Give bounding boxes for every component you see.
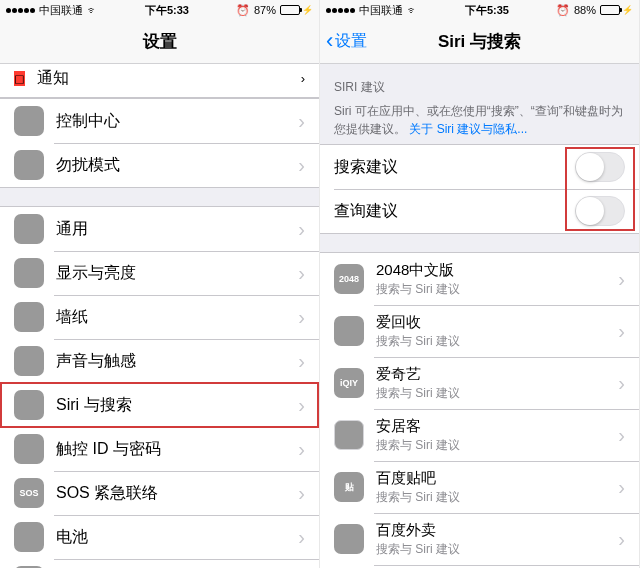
item-label: Siri 与搜索 [56, 395, 292, 416]
chevron-right-icon: › [618, 424, 625, 447]
chevron-right-icon: › [298, 438, 305, 461]
carrier-label: 中国联通 [359, 3, 403, 18]
siri-scroll[interactable]: SIRI 建议 Siri 可在应用中、或在您使用“搜索”、“查询”和键盘时为您提… [320, 64, 639, 568]
list-item-sos[interactable]: SOSSOS 紧急联络› [0, 471, 319, 515]
list-item-2048[interactable]: 20482048中文版搜索与 Siri 建议› [320, 253, 639, 305]
item-label: 2048中文版 [376, 261, 612, 280]
battery-pct: 88% [574, 4, 596, 16]
list-item-aihuishou[interactable]: 爱回收搜索与 Siri 建议› [320, 305, 639, 357]
carrier-label: 中国联通 [39, 3, 83, 18]
toggle-search-suggestions[interactable] [575, 152, 625, 182]
item-label: 电池 [56, 527, 292, 548]
chevron-right-icon: › [298, 306, 305, 329]
sos-icon: SOS [14, 478, 44, 508]
clock: 下午5:35 [465, 3, 509, 18]
page-title: Siri 与搜索 [438, 30, 521, 53]
list-item-tieba[interactable]: 贴百度贴吧搜索与 Siri 建议› [320, 461, 639, 513]
list-item-display[interactable]: 显示与亮度› [0, 251, 319, 295]
item-label: 勿扰模式 [56, 155, 292, 176]
chevron-right-icon: › [298, 482, 305, 505]
item-label: 百度外卖 [376, 521, 612, 540]
item-label: 控制中心 [56, 111, 292, 132]
item-label: 百度贴吧 [376, 469, 612, 488]
battery-icon [14, 522, 44, 552]
list-item-wallpaper[interactable]: 墙纸› [0, 295, 319, 339]
toggle-lookup-suggestions[interactable] [575, 196, 625, 226]
wifi-icon: ᯤ [87, 4, 98, 16]
status-bar: 中国联通 ᯤ 下午5:35 ⏰ 88% ⚡ [320, 0, 639, 20]
list-item-waimai[interactable]: 百度外卖搜索与 Siri 建议› [320, 513, 639, 565]
chevron-right-icon: › [298, 154, 305, 177]
privacy-link[interactable]: 关于 Siri 建议与隐私... [409, 122, 527, 136]
list-item-siri[interactable]: Siri 与搜索› [0, 383, 319, 427]
item-label: 墙纸 [56, 307, 292, 328]
item-sub: 搜索与 Siri 建议 [376, 437, 612, 454]
dnd-icon [14, 150, 44, 180]
alarm-icon: ⏰ [556, 4, 570, 17]
item-label: 通用 [56, 219, 292, 240]
item-sub: 搜索与 Siri 建议 [376, 281, 612, 298]
item-label: 查询建议 [334, 201, 575, 222]
anjuke-icon [334, 420, 364, 450]
chevron-right-icon: › [618, 320, 625, 343]
item-label: SOS 紧急联络 [56, 483, 292, 504]
iqiyi-icon: iQIY [334, 368, 364, 398]
item-label: 爱回收 [376, 313, 612, 332]
item-sub: 搜索与 Siri 建议 [376, 333, 612, 350]
battery-icon: ⚡ [280, 5, 313, 15]
item-label: 通知 [37, 68, 301, 89]
chevron-right-icon: › [298, 262, 305, 285]
display-icon [14, 258, 44, 288]
signal-icon [6, 8, 35, 13]
list-item-privacy[interactable]: 隐私› [0, 559, 319, 568]
back-button[interactable]: ‹ 设置 [326, 31, 367, 52]
list-item[interactable]: ◻ 通知 › [0, 64, 319, 98]
item-sub: 搜索与 Siri 建议 [376, 385, 612, 402]
settings-group: 通用›显示与亮度›墙纸›声音与触感›Siri 与搜索›触控 ID 与密码›SOS… [0, 206, 319, 568]
settings-scroll[interactable]: ◻ 通知 › 控制中心›勿扰模式› 通用›显示与亮度›墙纸›声音与触感›Siri… [0, 64, 319, 568]
chevron-right-icon: › [298, 394, 305, 417]
list-item-general[interactable]: 通用› [0, 207, 319, 251]
section-header: SIRI 建议 Siri 可在应用中、或在您使用“搜索”、“查询”和键盘时为您提… [320, 64, 639, 144]
clock: 下午5:33 [145, 3, 189, 18]
wifi-icon: ᯤ [407, 4, 418, 16]
item-label: 声音与触感 [56, 351, 292, 372]
app-group: 20482048中文版搜索与 Siri 建议›爱回收搜索与 Siri 建议›iQ… [320, 252, 639, 568]
status-bar: 中国联通 ᯤ 下午5:33 ⏰ 87% ⚡ [0, 0, 319, 20]
chevron-right-icon: › [298, 350, 305, 373]
item-sub: 搜索与 Siri 建议 [376, 541, 612, 558]
wallpaper-icon [14, 302, 44, 332]
chevron-right-icon: › [618, 268, 625, 291]
list-item-dnd[interactable]: 勿扰模式› [0, 143, 319, 187]
phone-left: 中国联通 ᯤ 下午5:33 ⏰ 87% ⚡ 设置 ◻ 通知 › 控制中心›勿扰模… [0, 0, 320, 568]
item-label: 安居客 [376, 417, 612, 436]
touchid-icon [14, 434, 44, 464]
list-item-anjuke[interactable]: 安居客搜索与 Siri 建议› [320, 409, 639, 461]
item-label: 爱奇艺 [376, 365, 612, 384]
list-item-search-suggestions[interactable]: 搜索建议 [320, 145, 639, 189]
list-item-battery[interactable]: 电池› [0, 515, 319, 559]
chevron-right-icon: › [298, 218, 305, 241]
page-title: 设置 [143, 30, 177, 53]
aihuishou-icon [334, 316, 364, 346]
alarm-icon: ⏰ [236, 4, 250, 17]
signal-icon [326, 8, 355, 13]
list-item-control-center[interactable]: 控制中心› [0, 99, 319, 143]
navbar: 设置 [0, 20, 319, 64]
list-item-lookup-suggestions[interactable]: 查询建议 [320, 189, 639, 233]
toggle-group: 搜索建议查询建议 [320, 144, 639, 234]
chevron-right-icon: › [301, 71, 305, 86]
chevron-left-icon: ‹ [326, 30, 333, 52]
list-item-iqiyi[interactable]: iQIY爱奇艺搜索与 Siri 建议› [320, 357, 639, 409]
waimai-icon [334, 524, 364, 554]
phone-right: 中国联通 ᯤ 下午5:35 ⏰ 88% ⚡ ‹ 设置 Siri 与搜索 SIRI… [320, 0, 640, 568]
chevron-right-icon: › [618, 476, 625, 499]
item-label: 搜索建议 [334, 157, 575, 178]
section-title: SIRI 建议 [334, 78, 625, 96]
list-item-touchid[interactable]: 触控 ID 与密码› [0, 427, 319, 471]
back-label: 设置 [335, 31, 367, 52]
item-label: 触控 ID 与密码 [56, 439, 292, 460]
chevron-right-icon: › [298, 110, 305, 133]
list-item-sound[interactable]: 声音与触感› [0, 339, 319, 383]
item-sub: 搜索与 Siri 建议 [376, 489, 612, 506]
